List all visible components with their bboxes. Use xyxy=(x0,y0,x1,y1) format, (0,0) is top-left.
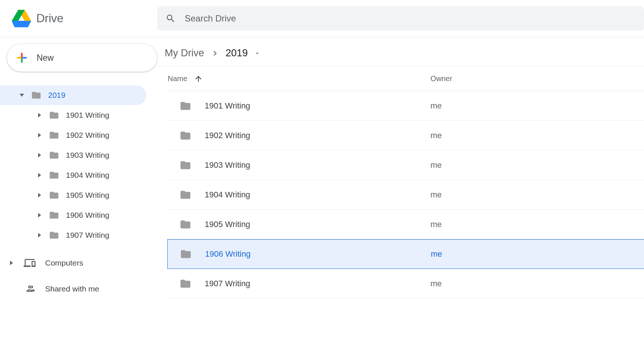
file-owner: me xyxy=(430,160,442,170)
folder-icon xyxy=(179,159,192,171)
folder-icon xyxy=(48,190,60,200)
nav-computers[interactable]: Computers xyxy=(0,252,157,274)
breadcrumb-item[interactable]: My Drive xyxy=(165,47,204,59)
column-name-header[interactable]: Name xyxy=(168,74,430,83)
breadcrumb-current[interactable]: 2019 xyxy=(226,47,248,59)
folder-icon xyxy=(179,100,192,112)
file-name: 1907 Writing xyxy=(205,279,250,289)
file-owner: me xyxy=(430,131,442,140)
folder-icon xyxy=(48,110,60,120)
column-owner-header[interactable]: Owner xyxy=(430,74,452,83)
nav-label: Computers xyxy=(45,259,83,267)
header: Drive xyxy=(0,0,644,37)
caret-right-icon[interactable] xyxy=(37,153,42,158)
file-owner: me xyxy=(430,101,442,111)
app-title: Drive xyxy=(36,11,63,25)
cell-name: 1907 Writing xyxy=(168,278,430,290)
cell-name: 1902 Writing xyxy=(168,130,430,141)
caret-right-icon[interactable] xyxy=(37,193,42,198)
table-row[interactable]: 1902 Writing me xyxy=(168,121,644,150)
folder-icon xyxy=(48,230,60,240)
search-bar[interactable] xyxy=(157,6,644,31)
folder-icon xyxy=(48,210,60,220)
tree-item-child[interactable]: 1902 Writing xyxy=(0,125,146,145)
main-content: My Drive 2019 Name Owner 1901 Writing me… xyxy=(157,37,644,360)
tree-label: 1904 Writing xyxy=(66,171,110,180)
file-name: 1904 Writing xyxy=(205,190,250,200)
table-row[interactable]: 1906 Writing me xyxy=(167,239,644,269)
tree-item-child[interactable]: 1901 Writing xyxy=(0,105,146,125)
nav-label: Shared with me xyxy=(45,284,99,293)
folder-icon xyxy=(48,170,60,180)
file-name: 1901 Writing xyxy=(205,101,250,111)
tree-item-child[interactable]: 1903 Writing xyxy=(0,145,146,165)
tree-item-child[interactable]: 1904 Writing xyxy=(0,165,146,185)
nav-shared[interactable]: Shared with me xyxy=(0,278,157,300)
tree-label: 1906 Writing xyxy=(66,211,110,220)
new-button[interactable]: New xyxy=(7,44,157,72)
cell-name: 1905 Writing xyxy=(168,219,430,230)
table-row[interactable]: 1905 Writing me xyxy=(168,210,644,239)
sort-asc-icon[interactable] xyxy=(194,74,203,83)
plus-icon xyxy=(14,50,29,65)
cell-name: 1906 Writing xyxy=(168,248,431,260)
breadcrumb: My Drive 2019 xyxy=(157,42,644,67)
file-name: 1903 Writing xyxy=(205,160,250,170)
col-name-label: Name xyxy=(168,74,187,83)
dropdown-caret-icon[interactable] xyxy=(254,50,261,57)
tree-item-child[interactable]: 1905 Writing xyxy=(0,185,146,205)
folder-icon xyxy=(179,219,192,230)
cell-name: 1901 Writing xyxy=(168,100,430,112)
search-icon xyxy=(165,13,176,24)
tree-item-child[interactable]: 1906 Writing xyxy=(0,205,146,225)
tree-label: 1907 Writing xyxy=(66,231,110,240)
table-row[interactable]: 1907 Writing me xyxy=(168,269,644,299)
folder-icon xyxy=(30,90,42,100)
tree-item-2019[interactable]: 2019 xyxy=(0,85,146,105)
file-owner: me xyxy=(430,279,442,289)
logo-block[interactable]: Drive xyxy=(12,10,157,27)
search-input[interactable] xyxy=(185,13,636,24)
folder-icon xyxy=(179,130,192,141)
sidebar: New 2019 1901 Writing 1902 Writing 1903 … xyxy=(0,37,157,360)
file-owner: me xyxy=(431,249,442,259)
folder-icon xyxy=(48,130,60,140)
file-name: 1905 Writing xyxy=(205,220,250,229)
table-row[interactable]: 1903 Writing me xyxy=(168,150,644,180)
file-owner: me xyxy=(430,190,442,200)
caret-right-icon[interactable] xyxy=(37,213,42,218)
folder-icon xyxy=(48,150,60,160)
table-row[interactable]: 1901 Writing me xyxy=(168,91,644,121)
new-button-label: New xyxy=(37,53,54,63)
folder-icon xyxy=(179,278,192,290)
tree-label: 1902 Writing xyxy=(66,131,110,140)
caret-right-icon[interactable] xyxy=(37,133,42,138)
cell-name: 1903 Writing xyxy=(168,159,430,171)
tree-label: 2019 xyxy=(48,91,66,100)
folder-tree: 2019 1901 Writing 1902 Writing 1903 Writ… xyxy=(0,85,157,245)
tree-item-child[interactable]: 1907 Writing xyxy=(0,225,146,245)
tree-label: 1903 Writing xyxy=(66,151,110,160)
file-name: 1902 Writing xyxy=(205,131,250,140)
folder-icon xyxy=(179,189,192,201)
computers-icon xyxy=(24,257,36,269)
cell-name: 1904 Writing xyxy=(168,189,430,201)
tree-label: 1901 Writing xyxy=(66,111,110,120)
caret-right-icon[interactable] xyxy=(9,260,14,266)
caret-right-icon[interactable] xyxy=(37,113,42,118)
caret-right-icon[interactable] xyxy=(37,233,42,238)
caret-right-icon[interactable] xyxy=(37,173,42,178)
folder-icon xyxy=(179,248,192,260)
table-header: Name Owner xyxy=(168,67,644,91)
drive-logo-icon xyxy=(12,10,31,27)
col-owner-label: Owner xyxy=(430,74,452,83)
file-name: 1906 Writing xyxy=(205,249,251,259)
chevron-right-icon xyxy=(210,49,220,58)
table-row[interactable]: 1904 Writing me xyxy=(168,180,644,210)
svg-marker-5 xyxy=(12,21,31,27)
shared-icon xyxy=(24,283,36,295)
tree-label: 1905 Writing xyxy=(66,191,110,200)
caret-down-icon[interactable] xyxy=(19,93,24,98)
file-owner: me xyxy=(430,220,442,229)
file-list: 1901 Writing me 1902 Writing me 1903 Wri… xyxy=(168,91,644,299)
